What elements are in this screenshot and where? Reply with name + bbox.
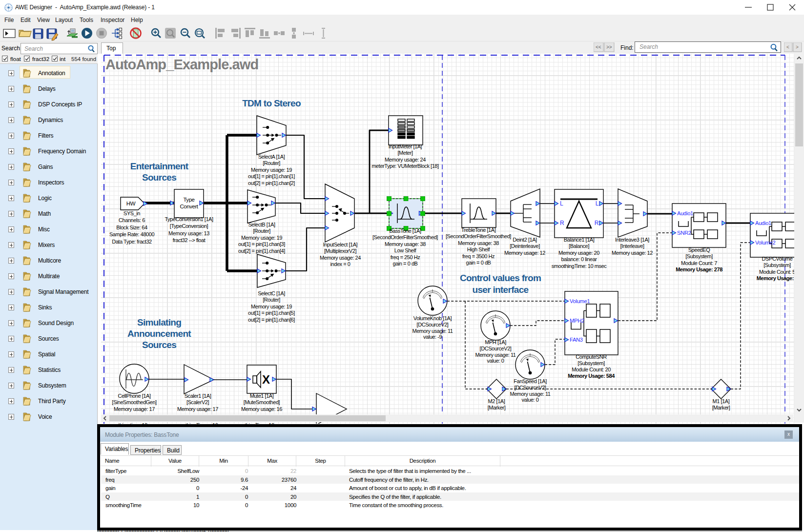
svg-text:[SineSmoothedGen]: [SineSmoothedGen] [112,399,157,405]
svg-text:TDM to Stereo: TDM to Stereo [242,98,301,108]
svg-text:High Shelf: High Shelf [467,246,491,252]
svg-text:Sources: Sources [142,340,176,350]
svg-text:out[2] = pin[1].chan[6]: out[2] = pin[1].chan[6] [248,317,295,323]
svg-text:MPH [1A]: MPH [1A] [485,339,506,345]
svg-text:out[2] = pin[1].chan[2]: out[2] = pin[1].chan[2] [248,180,295,186]
svg-text:smoothingTime: 10 msec: smoothingTime: 10 msec [552,263,607,269]
svg-text:TrebleTone [1A]: TrebleTone [1A] [461,227,496,233]
svg-text:Memory usage: 11: Memory usage: 11 [510,391,550,397]
svg-text:Channels: 6: Channels: 6 [119,217,145,223]
svg-text:Memory usage: 12: Memory usage: 12 [504,250,545,256]
svg-text:[Subsystem]: [Subsystem] [763,262,791,268]
svg-text:Memory usage: 19: Memory usage: 19 [251,304,292,309]
svg-text:BassTone [1A]: BassTone [1A] [389,228,421,234]
svg-text:Memory usage: 13: Memory usage: 13 [168,230,209,236]
svg-text:[Deinterleave]: [Deinterleave] [510,243,540,249]
svg-text:Memory usage: 19: Memory usage: 19 [251,167,292,173]
svg-text:FanSpeed [1A]: FanSpeed [1A] [514,378,547,384]
svg-text:Low Shelf: Low Shelf [394,247,417,253]
svg-text:[DCSourceV2]: [DCSourceV2] [417,322,449,327]
svg-text:Memory Usage: 278: Memory Usage: 278 [676,266,722,272]
svg-text:M1 [1A]: M1 [1A] [713,398,730,404]
svg-text:[Router]: [Router] [253,228,270,234]
svg-text:Volume2: Volume2 [755,240,776,246]
svg-text:[Router]: [Router] [263,297,280,303]
svg-text:R: R [595,220,599,226]
svg-text:Memory usage: 38: Memory usage: 38 [385,241,426,247]
svg-text:value: -9: value: -9 [423,334,442,340]
svg-text:out[1] = pin[1].chan[1]: out[1] = pin[1].chan[1] [248,173,295,179]
svg-text:Convert: Convert [180,204,198,209]
svg-text:Module Count: 7: Module Count: 7 [681,260,717,266]
svg-text:FAN3: FAN3 [570,337,583,343]
svg-text:Audio1: Audio1 [677,210,693,216]
svg-text:Control values from: Control values from [460,273,541,283]
svg-text:Memory usage: 20: Memory usage: 20 [558,250,599,256]
svg-text:Simulating: Simulating [137,317,181,327]
svg-text:user interface: user interface [473,285,529,295]
svg-text:Data Type: fract32: Data Type: fract32 [112,239,152,245]
svg-text:[SecondOrderFilterSmoothed]: [SecondOrderFilterSmoothed] [446,233,511,239]
svg-text:AutoAmp_Example.awd: AutoAmp_Example.awd [105,57,258,72]
svg-text:meterType: VUMeterBlock [18]: meterType: VUMeterBlock [18] [371,163,439,169]
svg-text:TypeConversion1 [1A]: TypeConversion1 [1A] [165,216,213,222]
svg-text:balance: 0 linear: balance: 0 linear [561,256,597,262]
svg-text:Sample Rate: 48000: Sample Rate: 48000 [109,231,155,237]
svg-text:>: > [796,44,799,50]
svg-text:VolumeKnob [1A]: VolumeKnob [1A] [413,315,452,321]
svg-text:Module Count: 5: Module Count: 5 [759,269,794,275]
svg-text:MPH2: MPH2 [570,318,584,324]
svg-text:CellPhone [1A]: CellPhone [1A] [118,393,150,399]
svg-text:[TypeConversion]: [TypeConversion] [170,223,208,229]
svg-text:gain = 0 dB: gain = 0 dB [392,261,417,266]
svg-text:[Subsystem]: [Subsystem] [685,253,713,259]
svg-text:SelectB [1A]: SelectB [1A] [248,222,275,227]
svg-text:Scaler1 [1A]: Scaler1 [1A] [185,393,211,399]
svg-text:Block Size: 64: Block Size: 64 [116,225,147,230]
svg-text:fract32 --> float: fract32 --> float [173,237,206,243]
svg-text:<<: << [596,44,601,50]
svg-text:[MuteSmoothed]: [MuteSmoothed] [244,399,280,405]
svg-text:Memory usage: 12: Memory usage: 12 [612,250,653,256]
svg-text:Memory Usage: 5: Memory Usage: 5 [757,275,794,281]
svg-text:Interleave3 [1A]: Interleave3 [1A] [615,237,649,243]
svg-text:SelectC [1A]: SelectC [1A] [258,290,285,296]
svg-text:out[2] = pin[1].chan[4]: out[2] = pin[1].chan[4] [238,248,285,254]
svg-text:[MultiplexorV2]: [MultiplexorV2] [324,248,356,254]
svg-text:[DCSourceV2]: [DCSourceV2] [480,346,512,351]
svg-text:[ScalerV2]: [ScalerV2] [186,399,209,405]
svg-text:X: X [262,373,270,386]
svg-text:out[1] = pin[1].chan[5]: out[1] = pin[1].chan[5] [248,310,295,316]
svg-text:<: < [786,44,789,50]
svg-text:Memory usage: 17: Memory usage: 17 [114,406,155,412]
svg-text:Sources: Sources [142,172,176,183]
svg-text:SYS_in: SYS_in [124,210,140,216]
svg-text:SpeedEQ: SpeedEQ [688,247,710,253]
svg-text:R: R [560,220,564,226]
svg-text:Memory usage: 24: Memory usage: 24 [385,157,426,163]
svg-text:Memory usage: 19: Memory usage: 19 [241,235,282,241]
svg-text:InputMeter [1A]: InputMeter [1A] [389,143,422,149]
svg-text:Memory usage: 38: Memory usage: 38 [458,240,499,246]
svg-text:Volume1: Volume1 [570,298,590,304]
svg-text:InputSelect [1A]: InputSelect [1A] [323,242,358,247]
svg-text:[DCSourceV2]: [DCSourceV2] [515,385,546,390]
svg-text:[Interleave]: [Interleave] [620,243,644,249]
svg-text:Deint2 [1A]: Deint2 [1A] [513,237,537,243]
svg-text:Type: Type [183,197,194,203]
svg-text:[Marker]: [Marker] [712,405,730,410]
svg-text:L: L [596,200,599,207]
svg-text:freq = 3500 Hz: freq = 3500 Hz [462,253,495,259]
svg-text:[SecondOrderFilterSmoothed]: [SecondOrderFilterSmoothed] [372,234,438,240]
svg-text:Memory usage: 17: Memory usage: 17 [177,406,218,412]
svg-text:[Balance]: [Balance] [569,243,589,249]
svg-text:Memory usage: 16: Memory usage: 16 [241,406,282,412]
svg-text:Entertainment: Entertainment [130,161,189,171]
svg-text:[Marker]: [Marker] [488,405,506,410]
svg-text:Balance1 [1A]: Balance1 [1A] [564,237,595,243]
svg-text:[Router]: [Router] [263,160,280,166]
svg-text:L: L [560,200,563,207]
svg-text:Memory usage: 11: Memory usage: 11 [412,328,453,334]
svg-text:>>: >> [606,44,612,50]
svg-text:Module Count: 20: Module Count: 20 [572,367,611,372]
